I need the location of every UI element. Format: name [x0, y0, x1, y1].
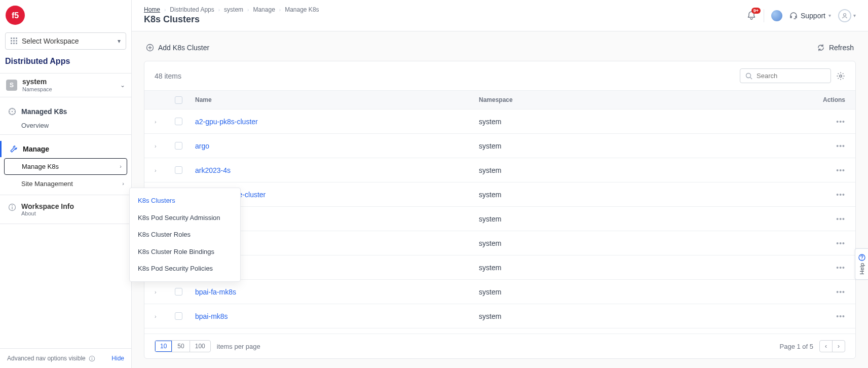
plus-circle-icon: [146, 44, 154, 52]
card-header: 48 items: [144, 61, 855, 90]
per-page-label: items per page: [217, 343, 260, 350]
table-footer: 10 50 100 items per page Page 1 of 5 ‹ ›: [144, 334, 855, 358]
svg-rect-26: [92, 358, 92, 360]
nav-group-manage: Manage Manage K8s › Site Management ›: [0, 134, 131, 195]
table-row: ›appstack-scale-clustersystem•••: [144, 182, 855, 207]
svg-rect-23: [12, 207, 12, 209]
app-title: Distributed Apps: [0, 57, 131, 73]
table-row: ›argosystem•••: [144, 134, 855, 158]
breadcrumb: Home › Distributed Apps › system › Manag…: [144, 6, 319, 13]
wheel-icon: [8, 107, 16, 116]
table-row: ›bpai-mk8ssystem•••: [144, 304, 855, 328]
crumb-item[interactable]: Manage K8s: [285, 6, 319, 13]
globe-icon[interactable]: [771, 10, 782, 21]
row-actions-button[interactable]: •••: [805, 191, 845, 199]
table-body: ›a2-gpu-pk8s-clustersystem•••›argosystem…: [144, 109, 855, 328]
page-size-10[interactable]: 10: [155, 341, 172, 352]
row-actions-button[interactable]: •••: [805, 239, 845, 247]
page-title: K8s Clusters: [144, 14, 319, 25]
namespace-avatar: S: [6, 80, 17, 91]
nav-sub-manage-k8s[interactable]: Manage K8s ›: [4, 158, 127, 175]
svg-point-12: [12, 111, 13, 113]
apps-grid-icon: [11, 38, 18, 45]
nav-label: Managed K8s: [21, 107, 67, 116]
row-actions-button[interactable]: •••: [805, 288, 845, 296]
info-icon: [8, 203, 16, 211]
add-k8s-cluster-button[interactable]: Add K8s Cluster: [146, 44, 209, 52]
page-size-50[interactable]: 50: [172, 341, 190, 352]
crumb-item[interactable]: system: [224, 6, 243, 13]
nav-item-managed-k8s[interactable]: Managed K8s: [0, 103, 131, 120]
row-actions-button[interactable]: •••: [805, 142, 845, 150]
content-area: Add K8s Cluster Refresh 48 items: [132, 31, 868, 368]
namespace-subtitle: Namespace: [22, 86, 115, 93]
svg-rect-7: [16, 40, 17, 42]
search-input[interactable]: [757, 72, 842, 80]
page-info: Page 1 of 5: [780, 343, 814, 350]
headset-icon: [789, 12, 798, 20]
refresh-button[interactable]: Refresh: [817, 44, 854, 52]
next-page-button[interactable]: ›: [833, 341, 845, 352]
notification-badge: 9+: [751, 8, 761, 14]
row-actions-button[interactable]: •••: [805, 166, 845, 174]
namespace-selector[interactable]: S system Namespace ⌄: [0, 73, 131, 97]
crumb-item[interactable]: Manage: [253, 6, 275, 13]
row-name-link[interactable]: a2-gpu-pk8s-cluster: [195, 118, 258, 126]
nav-sub-overview[interactable]: Overview: [0, 120, 131, 131]
row-actions-button[interactable]: •••: [805, 312, 845, 320]
flyout-item-pod-security-admission[interactable]: K8s Pod Security Admission: [130, 209, 240, 227]
prev-page-button[interactable]: ‹: [820, 341, 833, 352]
table-header-row: Name Namespace Actions: [144, 90, 855, 109]
flyout-item-pod-security-policies[interactable]: K8s Pod Security Policies: [130, 260, 240, 277]
row-checkbox[interactable]: [175, 166, 182, 174]
expand-row-icon[interactable]: ›: [155, 119, 175, 125]
refresh-icon: [817, 44, 825, 52]
divider: [764, 9, 764, 22]
row-name-link[interactable]: bpai-fa-mk8s: [195, 288, 236, 296]
expand-row-icon[interactable]: ›: [155, 313, 175, 319]
nav-workspace-info[interactable]: Workspace Info About: [0, 195, 131, 224]
table-card: 48 items Name: [144, 61, 856, 359]
table-row: ›a2-gpu-pk8s-clustersystem•••: [144, 109, 855, 134]
svg-point-35: [861, 259, 862, 259]
nav-sub-site-management[interactable]: Site Management ›: [0, 176, 131, 192]
row-actions-button[interactable]: •••: [805, 215, 845, 223]
wrench-icon: [10, 145, 18, 153]
page-size-100[interactable]: 100: [190, 341, 210, 352]
svg-point-25: [92, 357, 92, 357]
flyout-item-cluster-role-bindings[interactable]: K8s Cluster Role Bindings: [130, 243, 240, 261]
nav-item-manage[interactable]: Manage: [0, 141, 131, 157]
flyout-item-cluster-roles[interactable]: K8s Cluster Roles: [130, 226, 240, 243]
row-checkbox[interactable]: [175, 312, 182, 320]
search-input-wrap[interactable]: [740, 68, 831, 83]
manage-k8s-flyout: K8s Clusters K8s Pod Security Admission …: [129, 188, 241, 282]
expand-row-icon[interactable]: ›: [155, 143, 175, 149]
row-name-link[interactable]: bpai-mk8s: [195, 312, 228, 320]
row-namespace: system: [479, 191, 805, 199]
row-namespace: system: [479, 239, 805, 247]
support-dropdown[interactable]: Support ▾: [789, 12, 831, 20]
select-all-checkbox[interactable]: [175, 96, 182, 104]
row-name-link[interactable]: argo: [195, 142, 209, 150]
row-checkbox[interactable]: [175, 142, 182, 150]
user-avatar-icon: [838, 9, 851, 22]
expand-row-icon[interactable]: ›: [155, 167, 175, 173]
workspace-select[interactable]: Select Workspace ▾: [5, 32, 126, 50]
help-rail[interactable]: Help: [855, 248, 868, 280]
crumb-home[interactable]: Home: [144, 6, 160, 13]
row-actions-button[interactable]: •••: [805, 118, 845, 126]
row-checkbox[interactable]: [175, 288, 182, 296]
chevron-down-icon: ⌄: [120, 82, 125, 89]
adv-nav-hide[interactable]: Hide: [111, 355, 124, 362]
notifications-button[interactable]: 9+: [746, 11, 757, 21]
row-checkbox[interactable]: [175, 118, 182, 125]
expand-row-icon[interactable]: ›: [155, 289, 175, 295]
flyout-item-k8s-clusters[interactable]: K8s Clusters: [130, 192, 240, 209]
row-actions-button[interactable]: •••: [805, 264, 845, 272]
table-settings-button[interactable]: [836, 71, 845, 81]
crumb-item[interactable]: Distributed Apps: [170, 6, 214, 13]
user-menu[interactable]: ▾: [838, 9, 856, 22]
topbar-right: 9+ Support ▾ ▾: [746, 9, 856, 22]
main-content: Home › Distributed Apps › system › Manag…: [132, 0, 868, 368]
row-name-link[interactable]: ark2023-4s: [195, 166, 231, 174]
